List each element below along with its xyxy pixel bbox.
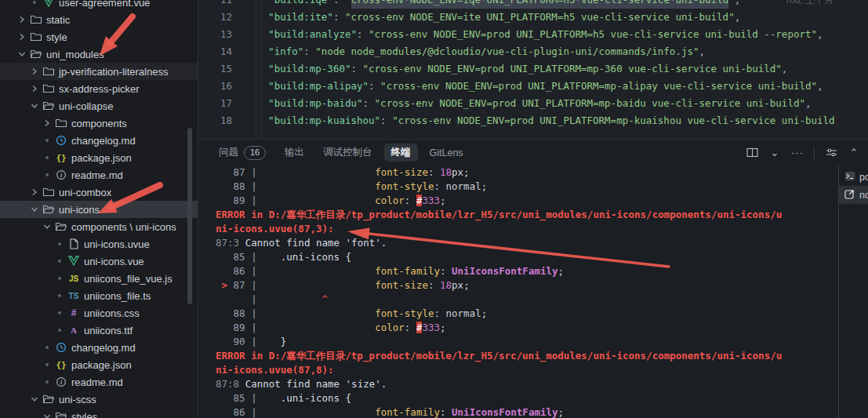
- tree-item-style[interactable]: style: [0, 28, 198, 45]
- code-token: ·: [576, 0, 582, 9]
- tree-item-uni-icons-vue[interactable]: uni-icons.vue: [0, 253, 198, 270]
- panel-tab-GitLens[interactable]: GitLens: [423, 145, 470, 161]
- code-line-15[interactable]: 15 "build:mp-360": "cross-env NODE_ENV=p…: [198, 60, 868, 78]
- panel-tab-终端[interactable]: 终端: [384, 144, 418, 162]
- sidebar-scrollbar[interactable]: [187, 128, 192, 304]
- chevron-down-icon[interactable]: ⌄: [768, 147, 781, 159]
- chevron-right-icon[interactable]: [28, 188, 41, 196]
- code-token: "build:iqe": [268, 0, 333, 9]
- terminal-line: 89 | color: #333;: [216, 321, 839, 335]
- tree-item-uni-collapse[interactable]: uni-collapse: [0, 97, 198, 114]
- code-line-14[interactable]: 14 "info": "node node_modules/@dcloudio/…: [198, 43, 868, 60]
- code-token: "cross-env NODE_ENV=ite UNI_PLATFORM=h5 …: [345, 9, 735, 26]
- terminal-token: color: [375, 322, 405, 333]
- tree-item-uni-modules[interactable]: uni_modules: [0, 45, 198, 63]
- tree-item-uniicons-file-vue-js[interactable]: JSuniicons_file_vue.js: [0, 270, 198, 287]
- terminal-token: 333: [422, 194, 440, 206]
- tree-item-static[interactable]: static: [0, 11, 198, 28]
- tree-item-changelog-md[interactable]: changelog.md: [0, 339, 198, 356]
- folder-open-icon: [53, 221, 69, 232]
- node-task-icon: [844, 189, 855, 202]
- code-line-13[interactable]: 13 "build:analyze": "cross-env NODE_ENV=…: [198, 26, 868, 43]
- tree-item-changelog-md[interactable]: changelog.md: [0, 132, 198, 149]
- code-token: "cross-env NODE_ENV=prod UNI_PLATFORM=mp…: [375, 95, 805, 112]
- tree-item-label: static: [46, 14, 70, 26]
- tree-item-label: package.json: [71, 359, 132, 371]
- chevron-right-icon[interactable]: [28, 67, 41, 75]
- tree-item-jp-verification-literalness[interactable]: jp-verification-literalness: [0, 63, 198, 80]
- chevron-right-icon[interactable]: [16, 33, 28, 41]
- maximize-panel-icon[interactable]: ⌃: [848, 147, 860, 159]
- tree-item-uni-combox[interactable]: uni-combox: [0, 184, 198, 201]
- tree-item-uniicons-file-ts[interactable]: TSuniicons_file.ts: [0, 287, 198, 304]
- tree-item-readme-md[interactable]: ireadme.md: [0, 166, 198, 184]
- editor-pane[interactable]: 11 "build:iqe": "cross-env·NODE_ENV=iqe·…: [198, 0, 868, 139]
- panel-tab-label: 输出: [285, 146, 304, 159]
- terminal-sessions-list: pono: [838, 165, 868, 418]
- tree-item-uniicons-ttf[interactable]: Auniicons.ttf: [0, 322, 198, 339]
- tree-item-components[interactable]: components: [0, 114, 198, 132]
- svg-text:i: i: [60, 172, 63, 179]
- code-line-17[interactable]: 17 "build:mp-baidu": "cross-env NODE_ENV…: [198, 95, 868, 112]
- info-icon: i: [53, 376, 69, 387]
- tree-item-uni-icons-uvue[interactable]: uni-icons.uvue: [0, 235, 198, 253]
- chevron-right-icon[interactable]: [28, 85, 41, 93]
- chevron-down-icon[interactable]: [41, 224, 53, 230]
- code-token: ·: [670, 0, 676, 9]
- tree-item-package-json[interactable]: {}package.json: [0, 149, 198, 166]
- panel-tab-调试控制台[interactable]: 调试控制台: [316, 144, 380, 162]
- code-token: [245, 112, 268, 129]
- line-number: 12: [198, 9, 245, 26]
- tree-item-sx-address-picker[interactable]: sx-address-picker: [0, 80, 198, 97]
- code-line-16[interactable]: 16 "build:mp-alipay": "cross-env NODE_EN…: [198, 78, 868, 95]
- code-line-12[interactable]: 12 "build:ite": "cross-env NODE_ENV=ite …: [198, 9, 868, 26]
- terminal-token: [216, 279, 222, 291]
- split-panel-icon[interactable]: [746, 147, 758, 159]
- chevron-down-icon[interactable]: [41, 413, 53, 418]
- code-token: "build:ite": [268, 9, 333, 26]
- terminal-settings-icon[interactable]: [825, 147, 837, 159]
- modified-dot-icon: [41, 363, 53, 366]
- terminal-token: ;: [558, 406, 565, 418]
- modified-dot-icon: [53, 311, 66, 314]
- terminal-token: ni-icons.uvue(87,8):: [216, 364, 334, 376]
- chevron-down-icon[interactable]: [28, 206, 41, 213]
- tree-item-uni-icons[interactable]: uni-icons: [0, 201, 198, 218]
- chevron-down-icon[interactable]: [28, 396, 41, 402]
- tree-item-package-json[interactable]: {}package.json: [0, 356, 198, 373]
- terminal-token: 88 |: [216, 180, 257, 192]
- panel-tab-问题[interactable]: 问题16: [212, 144, 273, 162]
- line-number: 15: [198, 60, 245, 78]
- clock-icon: [53, 342, 69, 353]
- tree-item-styles[interactable]: styles: [0, 408, 198, 418]
- panel-tab-label: 问题: [219, 146, 238, 159]
- terminal-session-item[interactable]: po: [839, 168, 868, 186]
- code-token: "node node_modules/@dcloudio/vue-cli-plu…: [315, 43, 699, 60]
- code-token: :: [363, 95, 375, 112]
- terminal-token: font-size: [375, 279, 428, 291]
- tree-item-uni-scss[interactable]: uni-scss: [0, 391, 198, 408]
- code-line-11[interactable]: 11 "build:iqe": "cross-env·NODE_ENV=iqe·…: [198, 0, 868, 9]
- terminal-token: normal;: [446, 180, 488, 192]
- folder-icon: [53, 118, 69, 129]
- tree-item-readme-md[interactable]: ireadme.md: [0, 373, 198, 391]
- panel-header-actions: ⌄···⌃: [746, 147, 868, 159]
- chevron-down-icon[interactable]: [28, 103, 41, 109]
- tree-item-components-uni-icons[interactable]: components \ uni-icons: [0, 218, 198, 235]
- tree-item-label: uni-collapse: [59, 100, 113, 112]
- terminal-output[interactable]: 87 | font-size: 18px; 88 | font-style: n…: [198, 165, 839, 418]
- modified-dot-icon: [41, 173, 53, 176]
- more-actions-icon[interactable]: ···: [791, 147, 804, 159]
- chevron-right-icon[interactable]: [16, 16, 28, 24]
- terminal-token: ERROR in D:/嘉华工作目录/tp_product/mobile/lzr…: [216, 350, 782, 362]
- code-line-18[interactable]: 18 "build:mp-kuaishou": "cross-env NODE_…: [198, 112, 868, 129]
- tree-item-user-agreement-vue[interactable]: user-agreement.vue: [0, 0, 198, 11]
- chevron-right-icon[interactable]: [41, 119, 53, 127]
- modified-dot-icon: [53, 277, 66, 280]
- code-token: :: [357, 26, 369, 43]
- tree-item-label: user-agreement.vue: [59, 0, 150, 9]
- tree-item-uniicons-css[interactable]: #uniicons.css: [0, 304, 198, 322]
- chevron-down-icon[interactable]: [16, 51, 28, 57]
- terminal-session-item[interactable]: no: [839, 186, 868, 204]
- panel-tab-输出[interactable]: 输出: [278, 144, 311, 162]
